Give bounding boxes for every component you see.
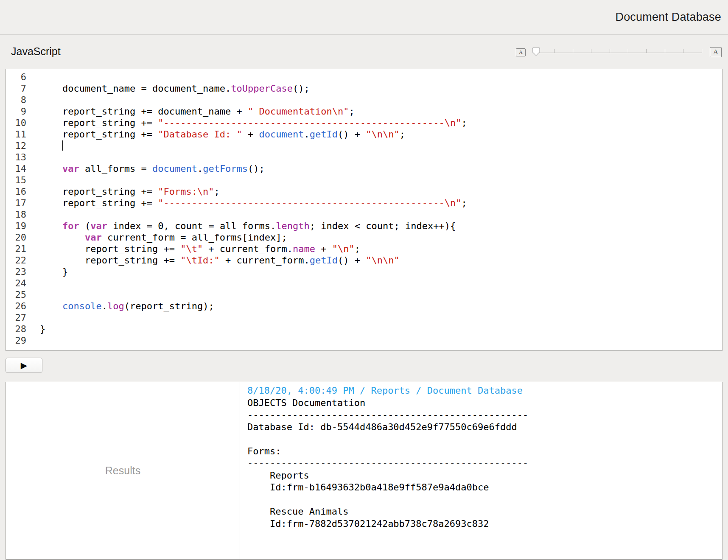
code-token: (); (293, 83, 310, 94)
code-line: 17 report_string += "-------------------… (6, 197, 722, 209)
code-token: log (107, 301, 124, 311)
code-token (40, 163, 62, 174)
code-line-text (31, 151, 40, 163)
code-token: document_name = document_name. (40, 83, 231, 94)
code-line: 6 (6, 71, 722, 83)
code-token: report_string += (40, 186, 158, 197)
code-line-text: report_string += "\tId:" + current_form.… (31, 255, 400, 266)
code-line: 22 report_string += "\tId:" + current_fo… (6, 255, 722, 266)
code-token: ; (461, 118, 467, 128)
code-line: 13 (6, 151, 722, 163)
results-pane: Results (6, 382, 240, 559)
code-token: current_form = all_forms[index]; (102, 232, 287, 243)
code-token: + (315, 244, 332, 254)
code-line-text (31, 140, 63, 151)
code-token: var (62, 163, 79, 174)
code-line-text: var all_forms = document.getForms(); (31, 163, 265, 174)
code-token (40, 301, 62, 311)
code-token: } (40, 266, 68, 277)
code-line: 28} (6, 323, 722, 335)
code-line-text (31, 209, 40, 220)
code-line-text: report_string += "----------------------… (31, 197, 467, 209)
title-bar: Document Database (0, 0, 728, 35)
slider-thumb-icon (532, 47, 540, 56)
font-size-large-icon: A (710, 47, 722, 57)
code-token: ; (349, 106, 355, 117)
code-line-text: console.log(report_string); (31, 300, 214, 312)
code-token: "Forms:\n" (158, 186, 214, 197)
code-token: + current_form. (220, 255, 310, 266)
console-line: ----------------------------------------… (247, 409, 718, 421)
code-line: 20 var current_form = all_forms[index]; (6, 232, 722, 243)
code-line: 26 console.log(report_string); (6, 300, 722, 312)
line-number: 24 (6, 277, 31, 289)
code-token: (report_string); (124, 301, 214, 311)
console-output[interactable]: 8/18/20, 4:00:49 PM / Reports / Document… (240, 382, 722, 559)
code-line: 7 document_name = document_name.toUpperC… (6, 83, 722, 94)
line-number: 28 (6, 323, 31, 335)
line-number: 12 (6, 140, 31, 151)
code-token: () + (338, 255, 366, 266)
code-token: . (102, 301, 107, 311)
code-token: ; (400, 129, 405, 140)
code-token: "\n" (332, 244, 355, 254)
code-line: 23 } (6, 266, 722, 277)
code-token: () + (338, 129, 366, 140)
code-line: 21 report_string += "\t" + current_form.… (6, 243, 722, 255)
line-number: 7 (6, 83, 31, 94)
code-line-text: report_string += "Forms:\n"; (31, 186, 220, 197)
code-token: document (152, 163, 197, 174)
code-token (40, 221, 62, 231)
run-script-button[interactable]: ▶ (6, 358, 42, 373)
code-line-text: var current_form = all_forms[index]; (31, 232, 287, 243)
code-token: document (259, 129, 304, 140)
font-size-slider-track[interactable] (536, 47, 702, 58)
console-line: Rescue Animals (247, 506, 718, 518)
line-number: 13 (6, 151, 31, 163)
code-token: getId (310, 255, 338, 266)
play-icon: ▶ (21, 361, 27, 370)
code-token: "\t" (180, 244, 203, 254)
code-token: report_string += document_name + (40, 106, 248, 117)
code-line-text (31, 312, 40, 323)
code-line-text: for (var index = 0, count = all_forms.le… (31, 220, 456, 232)
code-line: 8 (6, 94, 722, 106)
code-line-text (31, 71, 40, 83)
code-line-text: report_string += "\t" + current_form.nam… (31, 243, 360, 255)
console-line: Reports (247, 470, 718, 482)
code-line: 16 report_string += "Forms:\n"; (6, 186, 722, 197)
code-line: 15 (6, 174, 722, 186)
line-number: 8 (6, 94, 31, 106)
code-token: ; (214, 186, 220, 197)
editor-toolbar: JavaScript A A (0, 35, 728, 68)
console-line: Database Id: db-5544d486a30d452e9f77550c… (247, 421, 718, 434)
code-token: report_string += (40, 255, 180, 266)
code-line: 24 (6, 277, 722, 289)
line-number: 16 (6, 186, 31, 197)
output-split-view: Results 8/18/20, 4:00:49 PM / Reports / … (6, 382, 722, 560)
code-line-text (31, 94, 40, 106)
code-token (40, 140, 62, 151)
code-line-text (31, 277, 40, 289)
code-line-text: document_name = document_name.toUpperCas… (31, 83, 310, 94)
code-token: . (197, 163, 203, 174)
code-token: "Database Id: " (158, 129, 242, 140)
code-token: "\n\n" (366, 255, 399, 266)
code-line-text (31, 174, 40, 186)
code-token: all_forms = (79, 163, 152, 174)
font-size-slider-thumb[interactable] (532, 47, 540, 58)
font-size-slider: A A (516, 45, 722, 59)
console-line: OBJECTS Documentation (247, 397, 718, 409)
code-line: 19 for (var index = 0, count = all_forms… (6, 220, 722, 232)
code-token: ; (355, 244, 360, 254)
code-line: 18 (6, 209, 722, 220)
code-token: index = 0, count = all_forms. (107, 221, 276, 231)
code-line: 14 var all_forms = document.getForms(); (6, 163, 722, 174)
code-token: toUpperCase (231, 83, 293, 94)
results-placeholder: Results (105, 465, 140, 477)
code-token: + current_form. (203, 244, 293, 254)
line-number: 11 (6, 129, 31, 140)
code-token: console (62, 301, 102, 311)
code-editor[interactable]: 67 document_name = document_name.toUpper… (6, 69, 722, 351)
code-token: + (242, 129, 259, 140)
